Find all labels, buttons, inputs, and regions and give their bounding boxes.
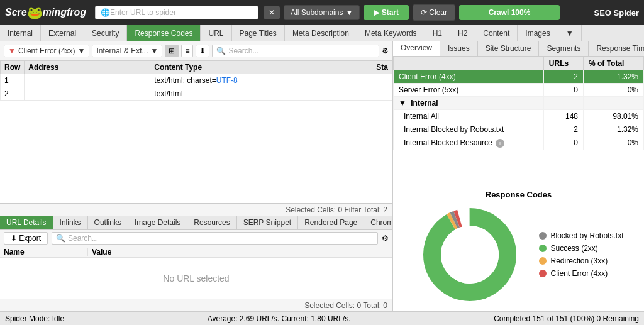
legend-item: Blocked by Robots.txt (539, 231, 623, 240)
cell-percent: 1.32% (583, 123, 643, 136)
tab-outlinks[interactable]: Outlinks (88, 216, 128, 229)
overview-col-urls[interactable]: URLs (543, 57, 583, 70)
bottom-footer: Selected Cells: 0 Total: 0 (0, 299, 392, 311)
cell-percent: 0% (583, 83, 643, 96)
view-dropdown[interactable]: Internal & Ext... ▼ (92, 45, 162, 57)
tab-issues[interactable]: Issues (440, 41, 478, 56)
tab-h2[interactable]: H2 (450, 25, 475, 41)
utf8-link[interactable]: UTF-8 (216, 76, 238, 85)
view-label: Internal & Ext... (96, 47, 148, 55)
tab-page-titles[interactable]: Page Titles (232, 25, 285, 41)
bottom-filter-settings-icon[interactable]: ⚙ (382, 234, 389, 243)
cell-urls (543, 96, 583, 109)
url-placeholder[interactable]: Enter URL to spider (110, 8, 253, 17)
search-icon: 🔍 (216, 47, 226, 55)
legend-item: Redirection (3xx) (539, 256, 623, 265)
start-button[interactable]: ▶ Start (364, 5, 409, 20)
tab-rendered-page[interactable]: Rendered Page (298, 216, 364, 229)
tab-url[interactable]: URL (201, 25, 231, 41)
col-address[interactable]: Address (25, 61, 150, 74)
filter-dropdown[interactable]: ▼ Client Error (4xx) ▼ (4, 45, 89, 57)
donut-chart (413, 204, 526, 305)
subdomain-dropdown[interactable]: All Subdomains ▼ (284, 5, 360, 20)
bar-view-button[interactable]: ≡ (181, 45, 193, 57)
overview-col-percent[interactable]: % of Total (583, 57, 643, 70)
tab-more[interactable]: ▼ (558, 25, 582, 41)
cell-label: Internal All (394, 109, 544, 123)
tab-inlinks[interactable]: Inlinks (53, 216, 88, 229)
no-url-container: No URL selected (0, 258, 392, 299)
svg-point-4 (441, 226, 499, 284)
crawl-progress: Crawl 100% (459, 5, 560, 20)
cell-address (25, 74, 150, 87)
right-panel: Overview Issues Site Structure Segments … (393, 41, 644, 311)
cell-label: Internal Blocked Resource i (394, 136, 544, 150)
tab-images[interactable]: Images (518, 25, 558, 41)
legend-dot (539, 257, 547, 265)
bottom-tabs-bar: URL Details Inlinks Outlinks Image Detai… (0, 216, 392, 229)
tab-security[interactable]: Security (84, 25, 127, 41)
table-row[interactable]: Internal All 148 98.01% (394, 109, 644, 123)
url-bar: 🌐 Enter URL to spider (95, 6, 258, 19)
tab-image-details[interactable]: Image Details (128, 216, 187, 229)
overview-col-label[interactable] (394, 57, 544, 70)
right-data-table: URLs % of Total Client Error (4xx) 2 1.3… (393, 57, 644, 184)
main-table: Row Address Content Type Sta 1 text/html… (0, 60, 392, 101)
table-row[interactable]: 2 text/html (1, 87, 392, 101)
grid-view-button[interactable]: ⊞ (165, 45, 179, 57)
export-icon-button[interactable]: ⬇ (196, 45, 209, 57)
tab-resources[interactable]: Resources (187, 216, 236, 229)
main-area: ▼ Client Error (4xx) ▼ Internal & Ext...… (0, 41, 644, 311)
table-footer: Selected Cells: 0 Filter Total: 2 (0, 203, 392, 216)
table-row[interactable]: ▼ Internal (394, 96, 644, 109)
topbar: Scre🐸mingfrog 🌐 Enter URL to spider ✕ Al… (0, 0, 644, 25)
table-row[interactable]: Internal Blocked Resource i 0 0% (394, 136, 644, 150)
bottom-toolbar: ⬇ Export 🔍 Search... ⚙ (0, 230, 392, 246)
bottom-search-box[interactable]: 🔍 Search... (52, 232, 378, 245)
col-content-type[interactable]: Content Type (150, 61, 372, 74)
subdomain-label: All Subdomains (291, 8, 343, 17)
cell-status (372, 74, 392, 87)
tab-serp-snippet[interactable]: SERP Snippet (237, 216, 299, 229)
filter-settings-icon[interactable]: ⚙ (382, 47, 389, 55)
col-row[interactable]: Row (1, 61, 25, 74)
legend-label: Blocked by Robots.txt (550, 231, 623, 240)
tab-response-times[interactable]: Response Times (589, 41, 644, 56)
filter-bar: ▼ Client Error (4xx) ▼ Internal & Ext...… (0, 41, 392, 60)
clear-button[interactable]: ⟳ Clear (413, 4, 455, 21)
tab-meta-description[interactable]: Meta Description (285, 25, 357, 41)
tab-chrome-console-log[interactable]: Chrome Console Log (364, 216, 392, 229)
bottom-search-icon: 🔍 (56, 234, 65, 243)
url-close-button[interactable]: ✕ (264, 6, 280, 19)
tab-segments[interactable]: Segments (539, 41, 589, 56)
tab-response-codes[interactable]: Response Codes (127, 25, 201, 41)
bottom-footer-text: Selected Cells: 0 Total: 0 (304, 301, 387, 310)
table-row[interactable]: Internal Blocked by Robots.txt 2 1.32% (394, 123, 644, 136)
tab-meta-keywords[interactable]: Meta Keywords (357, 25, 425, 41)
nav-tabs: Internal External Security Response Code… (0, 25, 644, 41)
table-row[interactable]: 1 text/html; charset=UTF-8 (1, 74, 392, 87)
view-chevron-icon: ▼ (151, 47, 158, 55)
export-button[interactable]: ⬇ Export (4, 232, 48, 245)
cell-urls: 2 (543, 123, 583, 136)
tab-url-details[interactable]: URL Details (0, 216, 53, 229)
tab-h1[interactable]: H1 (425, 25, 450, 41)
toggle-arrow-icon: ▼ (399, 99, 406, 107)
legend-item: Client Error (4xx) (539, 269, 623, 278)
tab-content[interactable]: Content (475, 25, 518, 41)
tab-internal[interactable]: Internal (0, 25, 41, 41)
filter-label: Client Error (4xx) (18, 47, 75, 55)
cell-label: Client Error (4xx) (394, 70, 544, 83)
cell-row: 1 (1, 74, 25, 87)
info-icon: i (496, 139, 504, 148)
tab-site-structure[interactable]: Site Structure (478, 41, 540, 56)
col-status[interactable]: Sta (372, 61, 392, 74)
chart-area: Response Codes (393, 184, 644, 311)
tab-external[interactable]: External (41, 25, 84, 41)
tab-overview[interactable]: Overview (393, 41, 440, 56)
data-table: Row Address Content Type Sta 1 text/html… (0, 60, 392, 203)
overview-tabs: Overview Issues Site Structure Segments … (393, 41, 644, 57)
table-row[interactable]: Client Error (4xx) 2 1.32% (394, 70, 644, 83)
search-box[interactable]: 🔍 Search... (212, 45, 379, 57)
table-row[interactable]: Server Error (5xx) 0 0% (394, 83, 644, 96)
